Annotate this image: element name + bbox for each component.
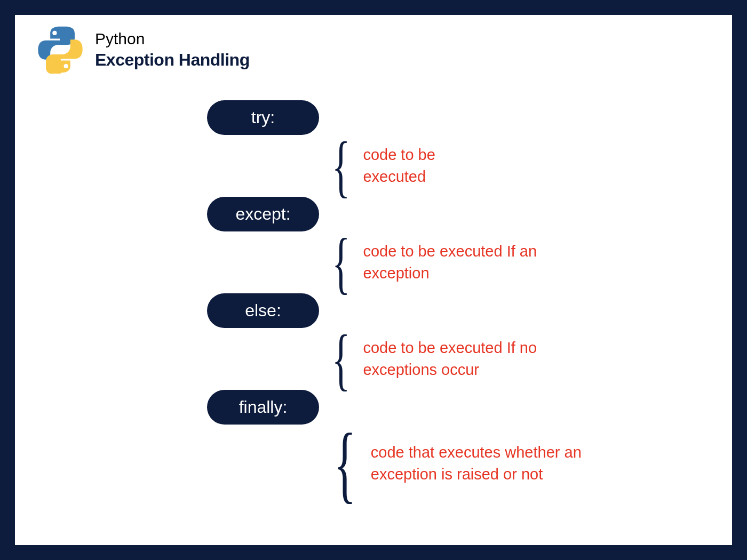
header: Python Exception Handling <box>36 26 250 74</box>
finally-block: finally: { code that executes whether an… <box>207 390 590 498</box>
keyword-pill-try: try: <box>207 100 319 135</box>
brace-icon: { <box>332 335 350 383</box>
except-description: code to be executed If an exception <box>363 241 566 284</box>
try-block: try: { code to be executed <box>207 100 590 193</box>
try-description: code to be executed <box>363 144 470 187</box>
else-description: code to be executed If no exceptions occ… <box>363 337 566 380</box>
brace-icon: { <box>333 434 356 493</box>
else-description-row: { code to be executed If no exceptions o… <box>324 332 590 386</box>
else-block: else: { code to be executed If no except… <box>207 293 590 386</box>
finally-description-row: { code that executes whether an exceptio… <box>324 429 590 498</box>
python-logo-icon <box>36 26 84 74</box>
keyword-pill-finally: finally: <box>207 390 319 425</box>
header-title: Exception Handling <box>95 50 250 70</box>
brace-icon: { <box>332 142 350 190</box>
diagram-content: try: { code to be executed except: { cod… <box>207 100 590 502</box>
diagram-canvas: Python Exception Handling try: { code to… <box>15 15 732 545</box>
except-block: except: { code to be executed If an exce… <box>207 197 590 289</box>
header-text: Python Exception Handling <box>95 30 250 70</box>
finally-description: code that executes whether an exception … <box>371 442 590 485</box>
brace-icon: { <box>332 238 350 287</box>
except-description-row: { code to be executed If an exception <box>324 236 590 289</box>
keyword-pill-except: except: <box>207 197 319 231</box>
keyword-pill-else: else: <box>207 293 319 328</box>
try-description-row: { code to be executed <box>324 139 590 193</box>
header-subtitle: Python <box>95 30 250 48</box>
